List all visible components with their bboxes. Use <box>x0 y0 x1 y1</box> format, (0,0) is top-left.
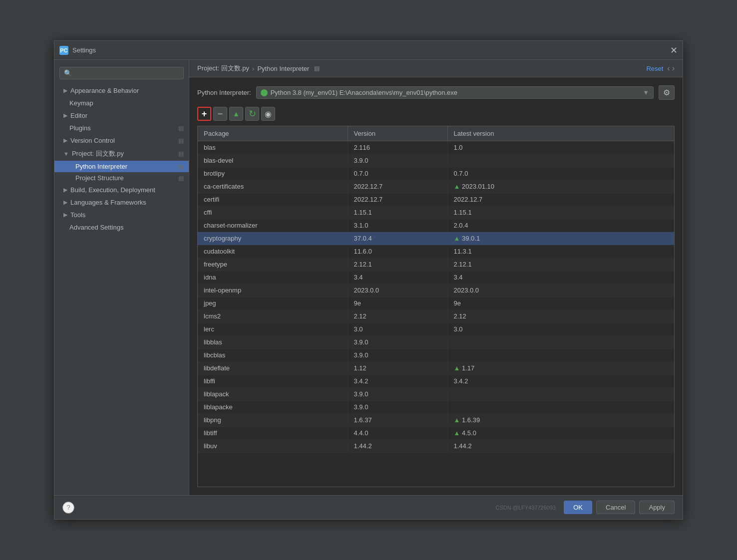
table-row[interactable]: cffi1.15.11.15.1 <box>198 206 674 219</box>
search-icon: 🔍 <box>64 69 72 77</box>
package-name: libpng <box>198 414 348 427</box>
table-row[interactable]: libtiff4.4.0▲ 4.5.0 <box>198 427 674 440</box>
package-name: libtiff <box>198 427 348 440</box>
python-status-icon <box>261 89 268 96</box>
sidebar-item-tools[interactable]: ▶ Tools <box>54 209 189 221</box>
sidebar-item-python-interpreter[interactable]: Python Interpreter ▤ <box>54 161 189 172</box>
eye-button[interactable]: ◉ <box>261 107 275 121</box>
sidebar-item-editor[interactable]: ▶ Editor <box>54 109 189 122</box>
forward-button[interactable]: › <box>672 64 675 73</box>
package-version: 1.12 <box>348 362 447 375</box>
sidebar-item-advanced[interactable]: Advanced Settings <box>54 221 189 234</box>
package-version: 2022.12.7 <box>348 180 447 193</box>
sidebar-item-plugins[interactable]: Plugins ▤ <box>54 122 189 134</box>
table-row[interactable]: cryptography37.0.4▲ 39.0.1 <box>198 232 674 245</box>
pin-icon: ▤ <box>178 163 184 170</box>
add-package-button[interactable]: + <box>197 107 211 121</box>
package-name: cffi <box>198 206 348 219</box>
package-latest-version: 2.12.1 <box>447 258 674 271</box>
table-row[interactable]: cudatoolkit11.6.011.3.1 <box>198 245 674 258</box>
interpreter-row: Python Interpreter: Python 3.8 (my_env01… <box>197 85 675 100</box>
sidebar-item-appearance[interactable]: ▶ Appearance & Behavior <box>54 84 189 97</box>
sidebar-item-project-structure[interactable]: Project Structure ▤ <box>54 172 189 184</box>
update-package-button[interactable]: ▲ <box>229 107 243 121</box>
package-latest-version <box>447 154 674 167</box>
help-button[interactable]: ? <box>62 502 74 514</box>
package-name: jpeg <box>198 297 348 310</box>
upgrade-arrow-icon: ▲ <box>454 429 460 437</box>
package-latest-version: 2.12 <box>447 310 674 323</box>
breadcrumb: Project: 回文数.py › Python Interpreter ▤ <box>197 64 320 73</box>
package-latest-version: ▲ 1.6.39 <box>447 414 674 427</box>
package-latest-version: 3.0 <box>447 323 674 336</box>
package-latest-version <box>447 336 674 349</box>
interpreter-select[interactable]: Python 3.8 (my_env01) E:\Anaconda\envs\m… <box>256 86 654 99</box>
dialog-footer: ? CSDN @LFY437726093 OK Cancel Apply <box>54 495 683 519</box>
pin-icon: ▤ <box>178 125 184 132</box>
table-row[interactable]: libffi3.4.23.4.2 <box>198 375 674 388</box>
table-row[interactable]: jpeg9e9e <box>198 297 674 310</box>
table-row[interactable]: certifi2022.12.72022.12.7 <box>198 193 674 206</box>
column-header-version: Version <box>348 126 447 141</box>
close-button[interactable]: ✕ <box>670 46 678 55</box>
table-row[interactable]: intel-openmp2023.0.02023.0.0 <box>198 284 674 297</box>
back-button[interactable]: ‹ <box>667 64 670 73</box>
reset-button[interactable]: Reset <box>646 65 663 72</box>
table-row[interactable]: libblas3.9.0 <box>198 336 674 349</box>
package-latest-version: 11.3.1 <box>447 245 674 258</box>
sidebar-item-languages[interactable]: ▶ Languages & Frameworks <box>54 196 189 209</box>
table-row[interactable]: brotlipy0.7.00.7.0 <box>198 167 674 180</box>
table-row[interactable]: ca-certificates2022.12.7▲ 2023.01.10 <box>198 180 674 193</box>
packages-table-container[interactable]: Package Version Latest version blas2.116… <box>197 126 675 487</box>
package-latest-version: ▲ 1.17 <box>447 362 674 375</box>
package-name: intel-openmp <box>198 284 348 297</box>
sidebar-item-build[interactable]: ▶ Build, Execution, Deployment <box>54 184 189 196</box>
table-row[interactable]: freetype2.12.12.12.1 <box>198 258 674 271</box>
sidebar-item-label: Editor <box>70 112 87 119</box>
table-row[interactable]: libuv1.44.21.44.2 <box>198 440 674 453</box>
package-name: lerc <box>198 323 348 336</box>
table-row[interactable]: blas2.1161.0 <box>198 141 674 154</box>
apply-button[interactable]: Apply <box>639 501 675 514</box>
reload-button[interactable]: ↻ <box>245 107 259 121</box>
column-header-package: Package <box>198 126 348 141</box>
sidebar-item-label: Project: 回文数.py <box>72 149 124 158</box>
interpreter-settings-button[interactable]: ⚙ <box>659 85 675 100</box>
sidebar-item-keymap[interactable]: Keymap <box>54 97 189 109</box>
table-row[interactable]: liblapack3.9.0 <box>198 388 674 401</box>
remove-package-button[interactable]: − <box>213 107 227 121</box>
table-row[interactable]: blas-devel3.9.0 <box>198 154 674 167</box>
chevron-down-icon: ▼ <box>643 89 649 96</box>
cancel-button[interactable]: Cancel <box>596 501 635 514</box>
package-name: lcms2 <box>198 310 348 323</box>
package-latest-version <box>447 388 674 401</box>
package-version: 2.12.1 <box>348 258 447 271</box>
table-row[interactable]: lcms22.122.12 <box>198 310 674 323</box>
table-row[interactable]: idna3.43.4 <box>198 271 674 284</box>
sidebar-item-project[interactable]: ▼ Project: 回文数.py ▤ <box>54 147 189 161</box>
search-input[interactable] <box>74 69 179 77</box>
table-row[interactable]: liblapacke3.9.0 <box>198 401 674 414</box>
package-name: blas <box>198 141 348 154</box>
sidebar-item-version-control[interactable]: ▶ Version Control ▤ <box>54 134 189 147</box>
sidebar-search[interactable]: 🔍 <box>59 67 184 79</box>
package-name: certifi <box>198 193 348 206</box>
table-row[interactable]: lerc3.03.0 <box>198 323 674 336</box>
ok-button[interactable]: OK <box>564 501 592 514</box>
table-row[interactable]: libcblas3.9.0 <box>198 349 674 362</box>
package-latest-version: 2.0.4 <box>447 219 674 232</box>
table-row[interactable]: libdeflate1.12▲ 1.17 <box>198 362 674 375</box>
package-version: 2.12 <box>348 310 447 323</box>
package-latest-version: 0.7.0 <box>447 167 674 180</box>
package-latest-version: 2022.12.7 <box>447 193 674 206</box>
package-version: 1.44.2 <box>348 440 447 453</box>
footer-buttons: CSDN @LFY437726093 OK Cancel Apply <box>496 501 675 514</box>
package-version: 3.9.0 <box>348 401 447 414</box>
package-version: 37.0.4 <box>348 232 447 245</box>
table-row[interactable]: libpng1.6.37▲ 1.6.39 <box>198 414 674 427</box>
package-latest-version: 1.44.2 <box>447 440 674 453</box>
table-row[interactable]: charset-normalizer3.1.02.0.4 <box>198 219 674 232</box>
package-version: 3.4 <box>348 271 447 284</box>
breadcrumb-project: Project: 回文数.py <box>197 64 249 73</box>
interpreter-value: Python 3.8 (my_env01) E:\Anaconda\envs\m… <box>271 89 641 96</box>
